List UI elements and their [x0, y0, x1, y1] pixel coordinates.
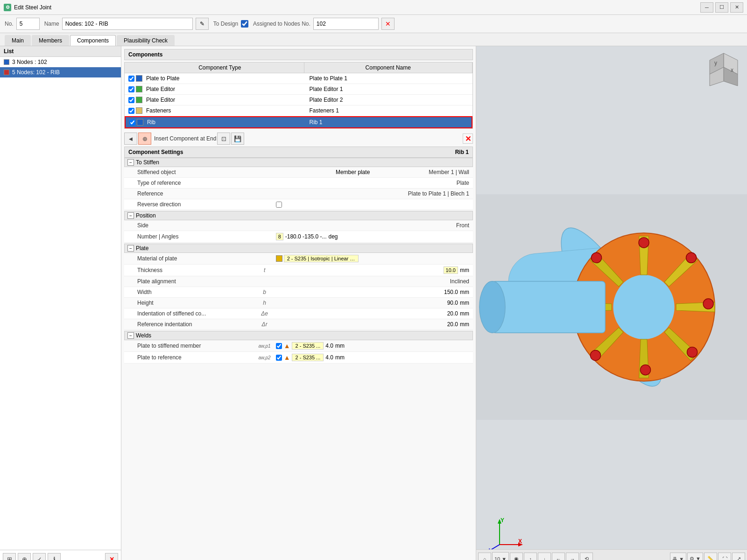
comp-name-4: Fasteners 1	[308, 106, 471, 115]
close-button[interactable]: ✕	[730, 2, 743, 13]
list-add-button[interactable]: ⊞	[3, 553, 16, 560]
axes-indicator: Y X Z	[486, 517, 523, 554]
view-left-button[interactable]: ←	[552, 553, 565, 560]
comp-row-1[interactable]: Plate to Plate Plate to Plate 1	[125, 73, 472, 84]
view-export-button[interactable]: ↗	[732, 553, 745, 560]
prop-type-reference-value: Plate	[274, 179, 471, 187]
comp-check-1[interactable]	[128, 76, 134, 82]
comp-name-2: Plate Editor 1	[308, 85, 471, 93]
no-field-group: No.	[5, 18, 40, 30]
tab-members[interactable]: Members	[32, 35, 69, 46]
collapse-position[interactable]: −	[127, 212, 134, 219]
view-zoom-group: 10 ▼	[492, 552, 509, 560]
col-type: Component Type	[136, 63, 304, 73]
prop-weld2-symbol: aw,p2	[255, 355, 274, 360]
view-3d-button[interactable]: ⟲	[580, 553, 593, 560]
toolbar-insert-button[interactable]: ⊕	[138, 133, 151, 145]
comp-color-3	[136, 97, 142, 103]
minimize-button[interactable]: ─	[700, 2, 713, 13]
list-item-selected[interactable]: 5 Nodes: 102 - RIB	[0, 67, 121, 77]
prop-side: Side Front	[124, 220, 473, 231]
nav-cube[interactable]: y x	[705, 51, 742, 88]
tab-main[interactable]: Main	[5, 35, 31, 46]
view-right-button[interactable]: →	[566, 553, 579, 560]
prop-type-reference: Type of reference Plate	[124, 178, 473, 189]
weld1-checkbox[interactable]	[276, 343, 282, 349]
prop-indentation-unit: mm	[460, 310, 469, 317]
group-position-label: Position	[136, 212, 156, 219]
prop-angles-unit: deg	[328, 233, 338, 240]
view-print-group[interactable]: 🖶 ▼	[670, 553, 686, 560]
list-delete-button[interactable]: ✕	[105, 553, 118, 560]
collapse-welds[interactable]: −	[127, 332, 134, 339]
prop-reverse-direction: Reverse direction	[124, 199, 473, 210]
prop-angles: Number | Angles 8 -180.0 -135.0 -... deg	[124, 231, 473, 243]
toolbar-delete-button[interactable]: ✕	[463, 133, 473, 144]
collapse-to-stiffen[interactable]: −	[127, 159, 134, 166]
prop-angles-number[interactable]: 8	[276, 233, 283, 240]
weld1-mat: 2 - S235 ...	[292, 342, 324, 350]
collapse-plate[interactable]: −	[127, 245, 134, 252]
to-design-checkbox[interactable]	[241, 20, 248, 28]
group-welds-header[interactable]: − Welds	[124, 331, 473, 340]
assigned-input[interactable]	[313, 18, 379, 30]
svg-point-24	[590, 350, 600, 361]
prop-reverse-checkbox[interactable]	[276, 202, 282, 208]
svg-text:x: x	[731, 67, 733, 73]
name-edit-button[interactable]: ✎	[196, 18, 209, 30]
view-render-button[interactable]: ◉	[510, 553, 523, 560]
comp-row-5[interactable]: Rib Rib 1	[125, 116, 472, 128]
tab-components[interactable]: Components	[70, 35, 116, 46]
prop-weld1-value: ▲ 2 - S235 ... 4.0 mm	[274, 341, 471, 350]
toolbar-back-button[interactable]: ◄	[124, 133, 137, 145]
assigned-edit-button[interactable]: ✕	[381, 18, 395, 30]
toolbar-export-button[interactable]: ⊡	[217, 133, 230, 145]
list-item[interactable]: 3 Nodes : 102	[0, 57, 121, 67]
view-toolbar: ⌂ 10 ▼ ◉ ↑ ↓ ← → ⟲ 🖶 ▼ ⚙ ▼ 📏 ⛶ ↗	[476, 549, 747, 560]
weld2-checkbox[interactable]	[276, 355, 282, 361]
view-back-button[interactable]: ↓	[538, 553, 551, 560]
list-copy-button[interactable]: ⊕	[18, 553, 31, 560]
comp-row-2[interactable]: Plate Editor Plate Editor 1	[125, 84, 472, 95]
prop-ref-indentation: Reference indentation Δr 20.0 mm	[124, 319, 473, 330]
prop-side-name: Side	[135, 221, 255, 230]
view-home-button[interactable]: ⌂	[478, 553, 491, 560]
view-front-button[interactable]: ↑	[524, 553, 537, 560]
comp-check-4[interactable]	[128, 108, 134, 114]
view-measure-button[interactable]: 📏	[704, 553, 717, 560]
toolbar-save-button[interactable]: 💾	[231, 133, 244, 145]
weld1-num: 4.0	[325, 343, 333, 349]
comp-check-2[interactable]	[128, 86, 134, 92]
comp-color-5	[137, 119, 143, 126]
title-bar: ⚙ Edit Steel Joint ─ ☐ ✕	[0, 0, 747, 15]
list-info-button[interactable]: ℹ	[48, 553, 61, 560]
comp-row-3[interactable]: Plate Editor Plate Editor 2	[125, 95, 472, 105]
prop-stiffened-object-value: Member plate	[273, 168, 372, 176]
list-color-box-1	[4, 59, 9, 65]
maximize-button[interactable]: ☐	[715, 2, 728, 13]
list-check-button[interactable]: ✓	[33, 553, 46, 560]
group-plate-label: Plate	[136, 245, 148, 252]
no-input[interactable]	[16, 18, 40, 30]
prop-weld2-value: ▲ 2 - S235 ... 4.0 mm	[274, 353, 471, 362]
view-full-button[interactable]: ⛶	[718, 553, 731, 560]
prop-thickness-num[interactable]: 10.0	[444, 266, 458, 274]
tab-plausibility[interactable]: Plausibility Check	[117, 35, 175, 46]
comp-name-3: Plate Editor 2	[308, 96, 471, 104]
group-position-header[interactable]: − Position	[124, 211, 473, 220]
middle-split: Components Component Type Component Name…	[121, 46, 747, 560]
comp-type-4: Fasteners	[144, 106, 308, 115]
comp-check-5[interactable]	[129, 119, 135, 126]
group-to-stiffen-header[interactable]: − To Stiffen	[124, 158, 473, 167]
prop-weld1: Plate to stiffened member aw,p1 ▲ 2 - S2…	[124, 340, 473, 352]
name-input[interactable]	[62, 18, 193, 30]
view-zoom-in[interactable]: 10 ▼	[493, 553, 508, 560]
comp-row-4[interactable]: Fasteners Fasteners 1	[125, 105, 472, 116]
settings-body: − To Stiffen Stiffened object Member pla…	[121, 158, 476, 367]
group-plate-header[interactable]: − Plate	[124, 244, 473, 253]
window-title: Edit Steel Joint	[14, 4, 51, 11]
prop-angles-range: -180.0 -135.0 -...	[285, 233, 327, 240]
view-settings-button[interactable]: ⚙ ▼	[687, 553, 703, 560]
comp-check-3[interactable]	[128, 97, 134, 103]
group-plate: − Plate Material of plate 2 - S235 | Iso…	[124, 244, 473, 330]
